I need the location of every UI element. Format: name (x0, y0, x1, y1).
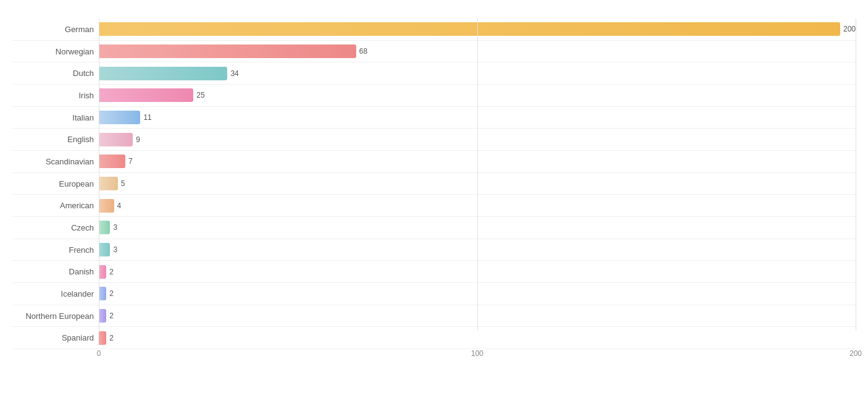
bar-row: Scandinavian7 (12, 151, 856, 173)
bar-label: Icelander (12, 289, 99, 298)
bar (99, 22, 840, 36)
bar-label: Dutch (12, 69, 99, 78)
bar-row: English9 (12, 129, 856, 151)
bar-track: 25 (99, 88, 856, 102)
bar-row: Italian11 (12, 107, 856, 129)
bar-row: Dutch34 (12, 62, 856, 85)
chart-container: German200Norwegian68Dutch34Irish25Italia… (0, 0, 868, 398)
bar (99, 111, 140, 124)
bar-value: 34 (230, 69, 238, 78)
bar-row: Icelander2 (12, 283, 856, 305)
bar-row: Spaniard2 (12, 327, 856, 349)
x-axis-tick: 200 (849, 349, 862, 358)
bar (99, 177, 118, 190)
rows-area: German200Norwegian68Dutch34Irish25Italia… (12, 19, 856, 349)
bar-label: Norwegian (12, 47, 99, 56)
bar-label: Irish (12, 91, 99, 100)
bar-row: American4 (12, 195, 856, 217)
bar-label: European (12, 179, 99, 188)
bar-value: 5 (121, 179, 125, 188)
bar-label: English (12, 135, 99, 144)
bar (99, 309, 106, 323)
bar-label: Czech (12, 223, 99, 232)
chart-area: German200Norwegian68Dutch34Irish25Italia… (12, 19, 856, 365)
bar-track: 3 (99, 243, 856, 256)
x-axis: 0100200 (99, 349, 856, 365)
bar-row: Northern European2 (12, 305, 856, 328)
bar (99, 199, 114, 213)
bar (99, 331, 106, 345)
bar-label: Northern European (12, 311, 99, 321)
bar (99, 155, 125, 168)
bar-track: 3 (99, 221, 856, 234)
bar-label: Spaniard (12, 333, 99, 342)
bar-track: 2 (99, 309, 856, 323)
bar-value: 11 (143, 113, 151, 122)
bar-row: Danish2 (12, 261, 856, 283)
bar-row: French3 (12, 239, 856, 261)
bar-value: 3 (113, 223, 117, 232)
bar-track: 68 (99, 44, 856, 58)
bar-row: Irish25 (12, 85, 856, 107)
grid-line (856, 19, 856, 331)
bar (99, 265, 106, 279)
bar-row: German200 (12, 19, 856, 41)
bar-track: 4 (99, 199, 856, 213)
bar-value: 7 (128, 157, 133, 166)
bar (99, 133, 133, 146)
bar-value: 68 (359, 47, 367, 56)
bar-label: Scandinavian (12, 157, 99, 166)
bar-label: Danish (12, 267, 99, 276)
bar-track: 2 (99, 331, 856, 345)
bar-value: 2 (109, 334, 114, 342)
bar-track: 5 (99, 177, 856, 190)
bar (99, 287, 106, 300)
bar-value: 25 (196, 91, 204, 100)
bar (99, 44, 356, 58)
bar-value: 4 (117, 201, 122, 210)
bar-row: Norwegian68 (12, 41, 856, 63)
bar-value: 200 (843, 25, 856, 33)
bar-value: 9 (136, 135, 140, 144)
x-axis-tick: 0 (97, 349, 101, 358)
x-axis-tick: 100 (471, 349, 483, 358)
bar (99, 88, 193, 102)
bar-value: 3 (113, 245, 117, 254)
bar-track: 2 (99, 287, 856, 300)
bar-value: 2 (109, 289, 114, 298)
bar-track: 11 (99, 111, 856, 124)
bar-track: 2 (99, 265, 856, 279)
bar-track: 200 (99, 22, 856, 36)
bar-track: 9 (99, 133, 856, 146)
bar-track: 7 (99, 155, 856, 168)
bar (99, 221, 110, 234)
bar-row: European5 (12, 173, 856, 195)
bar-value: 2 (109, 311, 114, 320)
bar (99, 243, 110, 256)
bar-label: Italian (12, 113, 99, 122)
bar-label: French (12, 245, 99, 255)
bar (99, 67, 227, 80)
bar-label: American (12, 201, 99, 210)
bar-value: 2 (109, 268, 114, 276)
bar-track: 34 (99, 67, 856, 80)
bar-row: Czech3 (12, 217, 856, 239)
bar-label: German (12, 25, 99, 34)
